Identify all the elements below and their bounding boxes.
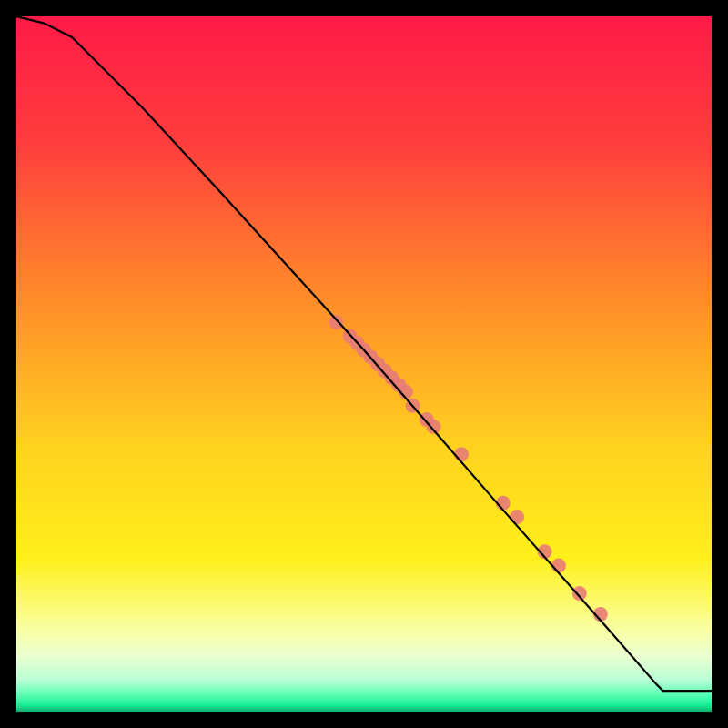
data-point	[572, 586, 587, 601]
data-point	[510, 510, 524, 524]
data-point	[551, 559, 566, 573]
data-point	[454, 447, 469, 461]
gradient-bg	[16, 16, 712, 712]
data-point	[426, 420, 440, 434]
chart-frame: TheBottleneck.com	[16, 16, 712, 712]
data-point	[329, 315, 343, 329]
chart-svg	[16, 16, 712, 712]
